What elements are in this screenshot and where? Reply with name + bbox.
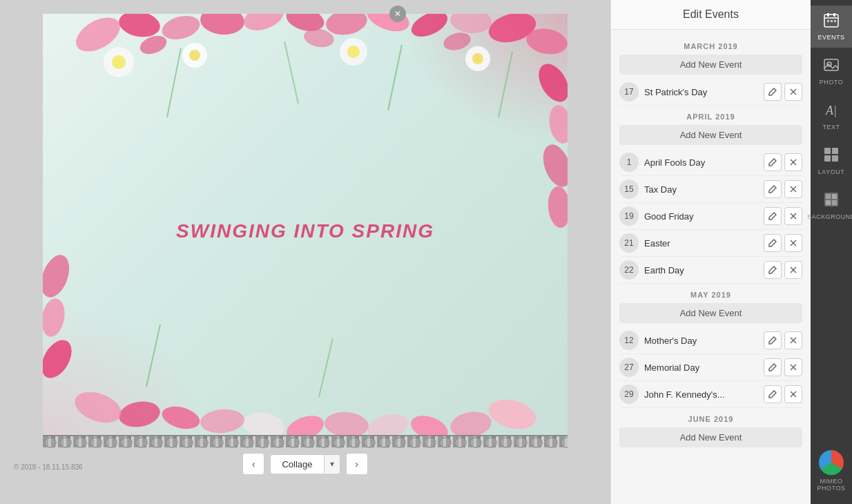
event-actions xyxy=(764,331,802,349)
mimeo-logo-circle xyxy=(819,450,844,475)
layout-selector[interactable]: Collage ▾ xyxy=(270,454,340,474)
svg-point-43 xyxy=(472,53,483,64)
event-edit-button[interactable] xyxy=(764,234,782,252)
svg-point-23 xyxy=(200,407,246,434)
svg-rect-85 xyxy=(826,200,831,205)
event-day: 29 xyxy=(619,385,639,404)
event-edit-button[interactable] xyxy=(764,331,782,349)
event-delete-button[interactable] xyxy=(784,180,802,198)
event-row: 12Mother's Day xyxy=(619,327,802,354)
add-event-button-march-2019[interactable]: Add New Event xyxy=(619,55,802,75)
sidebar-item-events[interactable]: EVENTS xyxy=(811,6,852,48)
event-delete-button[interactable] xyxy=(784,153,802,171)
svg-rect-73 xyxy=(831,20,833,22)
edit-events-panel: Edit Events MARCH 2019Add New Event17St … xyxy=(610,0,811,504)
svg-rect-70 xyxy=(827,13,829,17)
svg-rect-80 xyxy=(824,155,831,162)
event-edit-button[interactable] xyxy=(764,207,782,225)
mimeo-logo: mimeo Photos xyxy=(815,443,849,498)
event-row: 27Memorial Day xyxy=(619,354,802,381)
event-delete-button[interactable] xyxy=(784,234,802,252)
add-event-button-may-2019[interactable]: Add New Event xyxy=(619,303,802,323)
svg-rect-72 xyxy=(827,20,829,22)
event-row: 17St Patrick's Day xyxy=(619,79,802,106)
svg-text:A|: A| xyxy=(825,104,837,117)
svg-rect-79 xyxy=(832,148,838,154)
canvas-area: ✕ xyxy=(0,0,610,504)
event-edit-button[interactable] xyxy=(764,83,782,101)
event-name: Memorial Day xyxy=(644,362,758,373)
svg-point-9 xyxy=(449,14,493,35)
event-delete-button[interactable] xyxy=(784,331,802,349)
svg-rect-81 xyxy=(832,155,838,162)
svg-point-27 xyxy=(43,335,78,383)
month-header-april-2019: APRIL 2019 xyxy=(619,113,802,121)
event-actions xyxy=(764,385,802,403)
svg-line-32 xyxy=(388,45,402,110)
svg-point-7 xyxy=(363,14,413,37)
event-name: Mother's Day xyxy=(644,336,758,346)
icon-sidebar: EVENTS PHOTO A| TEXT LAY xyxy=(811,0,852,504)
svg-point-3 xyxy=(199,14,245,37)
event-edit-button[interactable] xyxy=(764,358,782,376)
next-button[interactable]: › xyxy=(346,453,368,475)
event-day: 27 xyxy=(619,358,639,377)
svg-rect-49 xyxy=(43,436,568,449)
event-delete-button[interactable] xyxy=(784,261,802,279)
events-list: MARCH 2019Add New Event17St Patrick's Da… xyxy=(611,30,811,504)
event-delete-button[interactable] xyxy=(784,385,802,403)
event-edit-button[interactable] xyxy=(764,180,782,198)
close-button[interactable]: ✕ xyxy=(389,6,406,22)
layout-dropdown-arrow[interactable]: ▾ xyxy=(324,455,340,473)
event-day: 22 xyxy=(619,260,639,280)
background-label: BACKGROUND xyxy=(807,213,852,220)
prev-button[interactable]: ‹ xyxy=(242,453,264,475)
event-row: 22Earth Day xyxy=(619,257,802,284)
event-actions xyxy=(764,180,802,198)
spiral-binding xyxy=(43,435,568,447)
svg-point-24 xyxy=(159,403,202,432)
event-day: 19 xyxy=(619,206,639,226)
svg-point-25 xyxy=(117,398,162,430)
event-delete-button[interactable] xyxy=(784,207,802,225)
svg-point-16 xyxy=(485,395,539,434)
calendar-icon xyxy=(824,12,839,31)
sidebar-item-layout[interactable]: LAYOUT xyxy=(811,140,852,182)
event-edit-button[interactable] xyxy=(764,385,782,403)
copyright-text: © 2018 - 18.11.15.836 xyxy=(14,463,83,471)
event-row: 1April Fools Day xyxy=(619,149,802,176)
svg-line-33 xyxy=(498,52,512,117)
event-delete-button[interactable] xyxy=(784,83,802,101)
background-icon xyxy=(824,192,839,211)
event-edit-button[interactable] xyxy=(764,261,782,279)
event-actions xyxy=(764,153,802,171)
event-row: 21Easter xyxy=(619,230,802,257)
svg-point-19 xyxy=(365,410,412,435)
event-edit-button[interactable] xyxy=(764,153,782,171)
svg-point-17 xyxy=(448,409,493,435)
add-event-button-june-2019[interactable]: Add New Event xyxy=(619,427,802,447)
calendar-title: Swinging into Spring xyxy=(176,220,434,242)
event-name: St Patrick's Day xyxy=(644,87,758,97)
svg-point-4 xyxy=(240,14,287,35)
event-delete-button[interactable] xyxy=(784,358,802,376)
text-icon: A| xyxy=(824,102,839,121)
add-event-button-april-2019[interactable]: Add New Event xyxy=(619,125,802,145)
calendar-page: Swinging into Spring xyxy=(43,14,568,435)
svg-point-13 xyxy=(546,104,568,146)
sidebar-item-text[interactable]: A| TEXT xyxy=(811,95,852,137)
event-day: 15 xyxy=(619,180,639,199)
svg-point-29 xyxy=(43,251,75,301)
svg-point-8 xyxy=(407,14,451,41)
svg-point-46 xyxy=(442,30,473,53)
svg-point-2 xyxy=(159,14,202,43)
sidebar-item-photo[interactable]: PHOTO xyxy=(811,50,852,93)
svg-point-12 xyxy=(532,59,568,107)
svg-point-15 xyxy=(546,186,568,229)
sidebar-item-background[interactable]: BACKGROUND xyxy=(811,185,852,227)
svg-point-22 xyxy=(241,409,286,435)
event-name: Tax Day xyxy=(644,184,758,195)
svg-point-14 xyxy=(538,141,568,191)
svg-point-28 xyxy=(43,297,68,339)
layout-icon xyxy=(824,147,839,166)
